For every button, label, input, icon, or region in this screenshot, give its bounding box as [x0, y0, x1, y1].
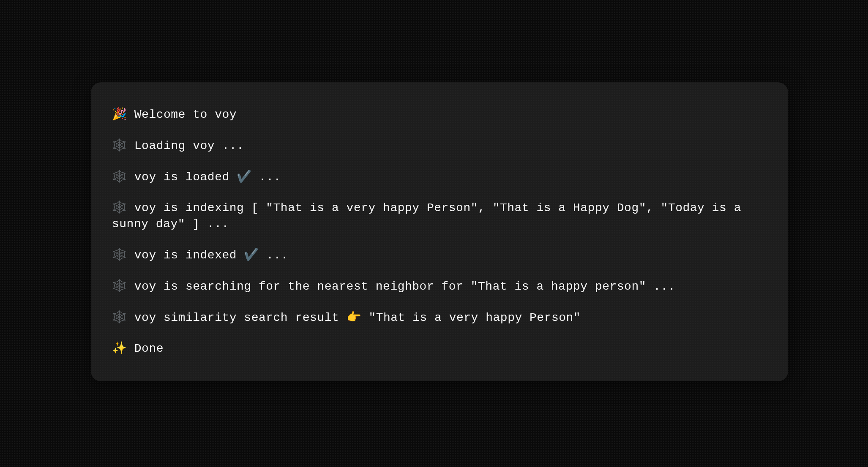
log-line-loading: 🕸️ Loading voy ... — [112, 138, 767, 154]
log-line-loaded: 🕸️ voy is loaded ✔️ ... — [112, 169, 767, 185]
log-line-indexed: 🕸️ voy is indexed ✔️ ... — [112, 247, 767, 263]
log-line-searching: 🕸️ voy is searching for the nearest neig… — [112, 279, 767, 295]
log-line-result: 🕸️ voy similarity search result 👉 "That … — [112, 310, 767, 326]
log-line-done: ✨ Done — [112, 341, 767, 357]
log-line-indexing: 🕸️ voy is indexing [ "That is a very hap… — [112, 200, 767, 232]
log-line-welcome: 🎉 Welcome to voy — [112, 107, 767, 123]
terminal-output-panel: 🎉 Welcome to voy 🕸️ Loading voy ... 🕸️ v… — [91, 82, 788, 381]
